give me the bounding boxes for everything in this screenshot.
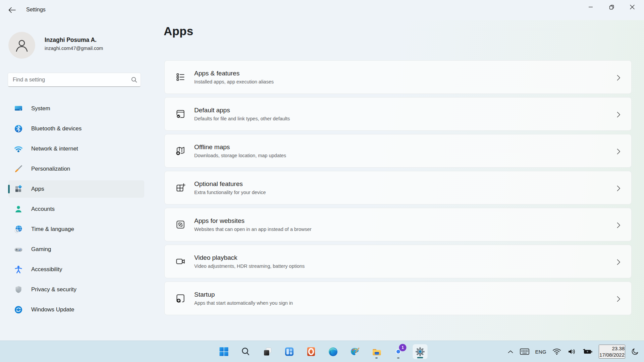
active-app-indicator [417,357,423,358]
task-view-icon [263,347,272,356]
search-input[interactable] [8,73,141,87]
language-indicator[interactable]: ENG [535,349,546,355]
row-subtitle: Downloads, storage location, map updates [194,153,286,158]
wifi-tray-button[interactable] [552,348,562,356]
notification-center-button[interactable] [631,347,639,356]
avatar [8,32,35,59]
chrome-icon: 1 [393,347,404,357]
battery-button[interactable] [582,348,593,356]
taskbar-apps: 1 [217,341,428,362]
chevron-right-icon [617,112,621,118]
speaker-icon [568,348,576,355]
row-apps-for-websites[interactable]: Apps for websites Websites that can open… [164,208,632,241]
window-title: Settings [26,7,46,13]
accounts-icon [14,205,23,214]
file-explorer-icon [372,347,381,356]
chevron-up-icon [508,350,513,353]
profile-card[interactable]: Inzaghi Posuma A. inzaghi.com47@gmail.co… [0,20,154,60]
office-button[interactable] [304,344,319,359]
close-button[interactable] [622,0,643,14]
wifi-icon [14,144,23,153]
sidebar-item-bluetooth[interactable]: Bluetooth & devices [8,120,144,137]
row-subtitle: Video adjustments, HDR streaming, batter… [194,263,305,269]
minimize-button[interactable] [580,0,601,14]
gamepad-icon [14,245,23,254]
apps-features-icon [175,71,186,83]
search-box [8,73,141,87]
close-icon [630,5,635,9]
paint-button[interactable] [347,344,362,359]
row-title: Startup [194,291,293,298]
sidebar-item-personalization[interactable]: Personalization [8,160,144,178]
edge-button[interactable] [326,344,340,359]
chevron-right-icon [617,75,621,81]
sidebar-item-system[interactable]: System [8,100,144,117]
window-controls [580,0,643,14]
chrome-notification-badge: 1 [399,344,407,351]
chrome-button[interactable]: 1 [391,344,406,359]
clock-date[interactable]: 23.38 17/08/2022 [599,345,625,359]
sidebar-item-apps[interactable]: Apps [8,180,144,198]
sidebar-nav: System Bluetooth & devices Network & int… [8,100,144,321]
volume-button[interactable] [567,348,577,356]
chevron-right-icon [617,185,621,191]
accessibility-icon [14,265,23,274]
widgets-button[interactable] [282,344,297,359]
sidebar-item-network[interactable]: Network & internet [8,140,144,158]
time-language-icon [14,225,23,234]
row-offline-maps[interactable]: Offline maps Downloads, storage location… [164,134,632,168]
tray-chevron-up-button[interactable] [507,349,514,354]
task-view-button[interactable] [260,344,275,359]
file-explorer-button[interactable] [369,344,384,359]
row-apps-features[interactable]: Apps & features Installed apps, app exec… [164,60,632,94]
user-email: inzaghi.com47@gmail.com [45,46,103,51]
edge-icon [328,347,338,357]
row-subtitle: Apps that start automatically when you s… [194,300,293,306]
back-button[interactable] [5,5,19,15]
sidebar-item-gaming[interactable]: Gaming [8,241,144,258]
sidebar-item-accounts[interactable]: Accounts [8,200,144,218]
row-title: Apps for websites [194,217,312,225]
wifi-icon [552,348,561,355]
row-default-apps[interactable]: Default apps Defaults for file and link … [164,97,632,131]
chevron-right-icon [617,222,621,228]
main-content: Apps Apps & features Installed apps, app… [154,20,644,341]
start-button[interactable] [217,344,231,359]
row-title: Default apps [194,107,290,114]
row-startup[interactable]: Startup Apps that start automatically wh… [164,282,632,315]
chevron-right-icon [617,148,621,155]
taskbar-search-button[interactable] [238,344,253,359]
keyboard-icon [520,348,529,355]
user-name: Inzaghi Posuma A. [45,37,97,44]
sidebar-item-time-language[interactable]: Time & language [8,221,144,238]
sidebar-item-privacy[interactable]: Privacy & security [8,281,144,298]
settings-button[interactable] [413,344,428,359]
settings-gear-icon [415,347,425,357]
row-video-playback[interactable]: Video playback Video adjustments, HDR st… [164,245,632,278]
restore-icon [609,5,614,10]
apps-icon [14,185,23,193]
row-subtitle: Websites that can open in an app instead… [194,227,312,232]
titlebar: Settings [0,0,644,20]
row-optional-features[interactable]: Optional features Extra functionality fo… [164,171,632,204]
bluetooth-icon [14,124,23,133]
tray-time: 23.38 [599,345,625,352]
system-tray: ENG 23.38 17/08/2022 [507,341,639,362]
person-icon [14,38,30,53]
tray-date: 17/08/2022 [599,352,625,358]
running-indicator [397,357,399,359]
row-title: Video playback [194,254,305,261]
sidebar-item-windows-update[interactable]: Windows Update [8,301,144,318]
row-title: Offline maps [194,143,286,151]
system-icon [14,104,23,113]
chevron-right-icon [617,296,621,302]
paint-icon [350,347,360,356]
row-subtitle: Defaults for file and link types, other … [194,116,290,121]
apps-for-websites-icon [175,219,186,230]
taskbar: 1 ENG 23.38 17/08/2022 [0,341,644,362]
minimize-icon [588,5,593,9]
touch-keyboard-button[interactable] [519,348,530,356]
restore-button[interactable] [601,0,622,14]
sidebar-item-accessibility[interactable]: Accessibility [8,261,144,278]
windows-logo-icon [219,347,229,356]
